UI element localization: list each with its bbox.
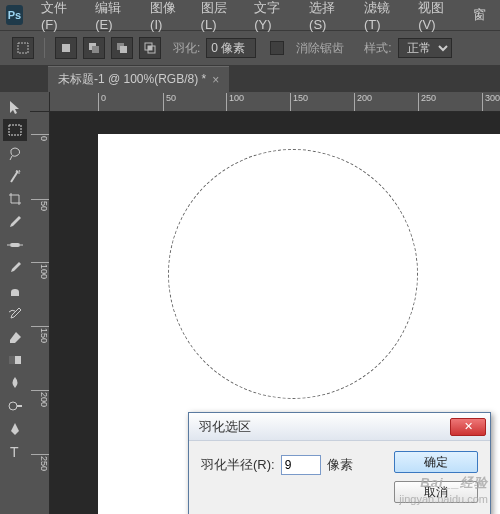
menu-window[interactable]: 窗: [465, 2, 494, 28]
type-tool[interactable]: T: [3, 441, 27, 463]
tool-preset-picker[interactable]: [12, 37, 34, 59]
app-logo: Ps: [6, 5, 23, 25]
style-select[interactable]: 正常: [398, 38, 452, 58]
menu-select[interactable]: 选择(S): [301, 0, 354, 36]
menu-filter[interactable]: 滤镜(T): [356, 0, 408, 36]
workspace: T 050100150200250300 050100150200250300 …: [0, 92, 500, 514]
selection-mode-new[interactable]: [55, 37, 77, 59]
lasso-tool[interactable]: [3, 142, 27, 164]
dialog-body: 羽化半径(R): 像素 确定 取消: [189, 441, 490, 514]
history-brush-tool[interactable]: [3, 303, 27, 325]
cancel-button[interactable]: 取消: [394, 481, 478, 503]
document-tab-close-icon[interactable]: ×: [212, 73, 219, 87]
magic-wand-tool[interactable]: [3, 165, 27, 187]
move-tool[interactable]: [3, 96, 27, 118]
dialog-titlebar[interactable]: 羽化选区 ✕: [189, 413, 490, 441]
eyedropper-tool[interactable]: [3, 211, 27, 233]
brush-tool[interactable]: [3, 257, 27, 279]
menu-type[interactable]: 文字(Y): [246, 0, 299, 36]
selection-mode-intersect[interactable]: [139, 37, 161, 59]
selection-mode-add[interactable]: [83, 37, 105, 59]
selection-mode-subtract[interactable]: [111, 37, 133, 59]
document-tab[interactable]: 未标题-1 @ 100%(RGB/8) * ×: [48, 66, 229, 92]
svg-rect-3: [92, 46, 99, 53]
feather-radius-input[interactable]: [281, 455, 321, 475]
pen-tool[interactable]: [3, 418, 27, 440]
menu-file[interactable]: 文件(F): [33, 0, 85, 36]
menu-bar: Ps 文件(F) 编辑(E) 图像(I) 图层(L) 文字(Y) 选择(S) 滤…: [0, 0, 500, 30]
menu-layer[interactable]: 图层(L): [193, 0, 245, 36]
dialog-title: 羽化选区: [199, 418, 450, 436]
feather-input[interactable]: [206, 38, 256, 58]
menu-image[interactable]: 图像(I): [142, 0, 191, 36]
document-tab-title: 未标题-1 @ 100%(RGB/8) *: [58, 71, 206, 88]
horizontal-ruler[interactable]: 050100150200250300: [50, 92, 500, 112]
svg-rect-10: [10, 243, 20, 247]
svg-rect-1: [62, 44, 70, 52]
svg-rect-0: [18, 43, 28, 53]
document-tab-bar: ▸▸ 未标题-1 @ 100%(RGB/8) * ×: [0, 66, 500, 92]
dodge-tool[interactable]: [3, 395, 27, 417]
eraser-tool[interactable]: [3, 326, 27, 348]
marquee-selection: [168, 149, 418, 399]
antialias-label: 消除锯齿: [296, 40, 344, 57]
svg-text:T: T: [10, 444, 19, 460]
svg-rect-8: [148, 46, 152, 50]
healing-brush-tool[interactable]: [3, 234, 27, 256]
feather-radius-label: 羽化半径(R):: [201, 456, 275, 474]
tools-panel: T: [0, 92, 30, 514]
rectangular-marquee-tool[interactable]: [3, 119, 27, 141]
feather-radius-unit: 像素: [327, 456, 353, 474]
svg-rect-9: [9, 125, 21, 135]
feather-label: 羽化:: [173, 40, 200, 57]
crop-tool[interactable]: [3, 188, 27, 210]
vertical-ruler[interactable]: 050100150200250300: [30, 112, 50, 514]
separator: [44, 38, 45, 58]
antialias-checkbox[interactable]: [270, 41, 284, 55]
feather-selection-dialog: 羽化选区 ✕ 羽化半径(R): 像素 确定 取消: [188, 412, 491, 514]
svg-point-13: [9, 402, 17, 410]
style-label: 样式:: [364, 40, 391, 57]
dialog-close-button[interactable]: ✕: [450, 418, 486, 436]
ok-button[interactable]: 确定: [394, 451, 478, 473]
clone-stamp-tool[interactable]: [3, 280, 27, 302]
svg-rect-5: [120, 46, 127, 53]
menu-view[interactable]: 视图(V): [410, 0, 463, 36]
menu-edit[interactable]: 编辑(E): [87, 0, 140, 36]
ruler-origin[interactable]: [30, 92, 50, 112]
svg-rect-12: [9, 356, 15, 364]
gradient-tool[interactable]: [3, 349, 27, 371]
blur-tool[interactable]: [3, 372, 27, 394]
